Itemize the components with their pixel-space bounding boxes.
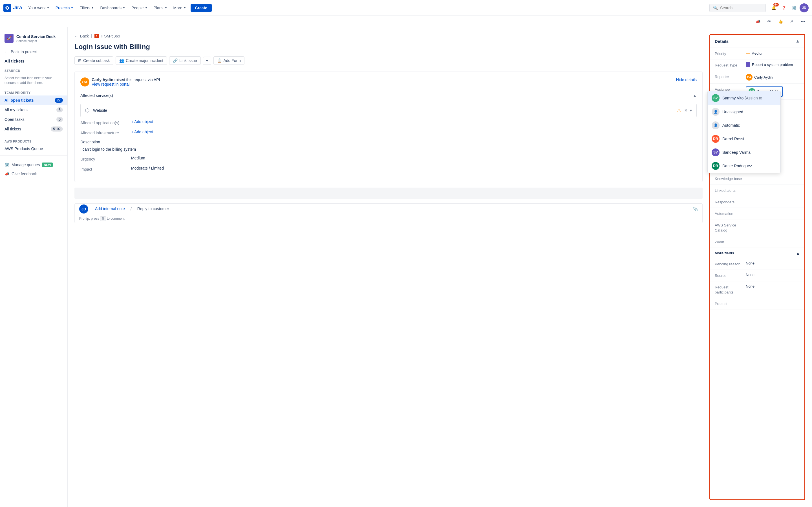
thumbs-up-icon[interactable]: 👍 — [776, 17, 785, 26]
give-feedback-item[interactable]: 📣 Give feedback — [0, 169, 67, 178]
notifications-button[interactable]: 🔔 9+ — [769, 3, 778, 12]
sidebar-item-my-tickets[interactable]: All my tickets 5 — [0, 105, 67, 115]
nav-your-work[interactable]: Your work ▾ — [26, 4, 52, 12]
details-collapse-icon[interactable]: ▲ — [795, 39, 800, 44]
pending-reason-row: Pending reason None — [710, 258, 804, 270]
request-type-row: Request Type Report a system problem — [710, 59, 804, 71]
unlink-icon[interactable]: ✕ — [684, 108, 688, 113]
knowledge-base-row: Knowledge base — [710, 173, 804, 184]
add-application-button[interactable]: + Add object — [131, 119, 153, 124]
more-options-icon[interactable]: ••• — [799, 17, 808, 26]
sidebar-item-my-tickets-badge: 5 — [56, 107, 63, 112]
knowledge-base-label: Knowledge base — [715, 176, 746, 181]
nav-projects[interactable]: Projects ▾ — [53, 4, 76, 12]
search-icon: 🔍 — [713, 6, 718, 10]
dropdown-item-automatic[interactable]: 👤 Automatic — [708, 119, 780, 132]
nav-projects-label: Projects — [56, 6, 70, 10]
dropdown-item-sammy[interactable]: SV Sammy Vito (Assign to — [708, 91, 780, 105]
service-name: Website — [93, 108, 673, 113]
create-subtask-button[interactable]: ⊞ Create subtask — [74, 56, 113, 65]
nav-plans[interactable]: Plans ▾ — [151, 4, 169, 12]
nav-people[interactable]: People ▾ — [129, 4, 150, 12]
share-icon[interactable]: ↗ — [787, 17, 796, 26]
sidebar-item-open-tasks[interactable]: Open tasks 0 — [0, 115, 67, 124]
sidebar-item-all-tickets-badge: 5102 — [51, 126, 63, 131]
reply-to-customer-tab[interactable]: Reply to customer — [133, 204, 174, 214]
more-dropdown-button[interactable]: ▾ — [203, 57, 211, 65]
darrel-name: Darrel Rossi — [722, 136, 744, 141]
aws-queue-item[interactable]: AWS Products Queue — [0, 144, 67, 153]
ticket-card: CA Carly Aydin raised this request via A… — [74, 71, 703, 182]
comment-section: JD Add internal note / Reply to customer… — [74, 187, 703, 223]
itsm-label: ITSM-5369 — [101, 34, 120, 38]
reporter-name-text: Carly Aydin — [754, 75, 773, 79]
starred-title: STARRED — [4, 69, 63, 72]
sidebar-item-all-tickets[interactable]: All tickets 5102 — [0, 124, 67, 134]
request-type-value: Report a system problem — [746, 62, 800, 67]
affected-infrastructure-row: Affected infrastructure + Add object — [80, 129, 697, 135]
service-share-icon: ⬡ — [85, 107, 90, 114]
create-button[interactable]: Create — [191, 4, 212, 12]
settings-button[interactable]: ⚙️ — [790, 3, 799, 12]
priority-label: Priority — [715, 51, 746, 56]
dropdown-item-dante[interactable]: DR Dante Rodriguez — [708, 159, 780, 173]
linked-alerts-label: Linked alerts — [715, 187, 746, 193]
manage-queues-item[interactable]: ⚙️ Manage queues NEW — [0, 160, 67, 169]
help-button[interactable]: ❓ — [779, 3, 788, 12]
dropdown-item-unassigned[interactable]: 👤 Unassigned — [708, 105, 780, 119]
page-title: Login issue with Billing — [74, 43, 703, 51]
priority-value[interactable]: — Medium — [746, 51, 800, 56]
urgency-label: Urgency — [80, 156, 131, 161]
commenter-avatar: JD — [79, 205, 88, 214]
dropdown-item-sandeep[interactable]: SV Sandeep Varma — [708, 146, 780, 159]
reporter-name: Carly Aydin — [92, 77, 113, 82]
sidebar-item-open-tasks-badge: 0 — [56, 117, 63, 122]
nav-filters[interactable]: Filters ▾ — [77, 4, 96, 12]
view-portal-link[interactable]: View request in portal — [92, 82, 160, 87]
add-form-button[interactable]: 📋 Add Form — [213, 56, 245, 65]
breadcrumb-divider: | — [91, 34, 92, 38]
sandeep-name: Sandeep Varma — [722, 150, 751, 155]
link-issue-button[interactable]: 🔗 Link issue — [169, 56, 200, 65]
dropdown-item-darrel[interactable]: DR Darrel Rossi — [708, 132, 780, 146]
search-input[interactable] — [720, 6, 760, 10]
user-avatar[interactable]: JD — [800, 3, 809, 12]
nav-your-work-label: Your work — [28, 6, 46, 10]
darrel-avatar: DR — [712, 135, 719, 143]
hide-details-button[interactable]: Hide details — [676, 77, 697, 82]
dante-avatar: DR — [712, 162, 719, 170]
description-text: I can't login to the billing system — [80, 147, 697, 152]
more-fields-label: More fields — [715, 251, 734, 255]
eye-icon[interactable]: 👁 — [765, 17, 774, 26]
sidebar-footer: ⚙️ Manage queues NEW 📣 Give feedback — [0, 158, 67, 180]
more-fields-toggle[interactable]: More fields ▲ — [710, 248, 804, 258]
add-infrastructure-button[interactable]: + Add object — [131, 129, 153, 134]
create-major-incident-button[interactable]: 👥 Create major incident — [116, 56, 167, 65]
nav-dashboards[interactable]: Dashboards ▾ — [97, 4, 128, 12]
pending-reason-label: Pending reason — [715, 261, 746, 267]
main-content: ← Back | ! ITSM-5369 Login issue with Bi… — [68, 27, 812, 507]
expand-icon[interactable]: ▾ — [690, 108, 692, 113]
sammy-name: Sammy Vito (Assign to — [722, 96, 762, 100]
ticket-header: CA Carly Aydin raised this request via A… — [80, 77, 697, 87]
megaphone-icon[interactable]: 📣 — [753, 17, 762, 26]
services-toggle-icon[interactable]: ▲ — [693, 93, 697, 98]
nav-plans-label: Plans — [154, 6, 163, 10]
unassigned-label: Unassigned — [722, 110, 743, 114]
all-tickets-heading: All tickets — [0, 56, 67, 66]
itsm-icon: ! — [94, 34, 99, 38]
chevron-down-icon: ▾ — [123, 6, 124, 9]
sidebar-item-all-open[interactable]: All open tickets 22 — [0, 96, 67, 105]
reporter-row: Reporter CA Carly Aydin — [710, 71, 804, 83]
automation-row: Automation — [710, 208, 804, 219]
back-button[interactable]: ← Back — [74, 34, 89, 38]
attach-icon[interactable]: 📎 — [689, 207, 702, 211]
add-internal-note-tab[interactable]: Add internal note — [91, 204, 130, 214]
logo[interactable]: Jira — [3, 4, 22, 12]
request-participants-value: None — [746, 284, 800, 288]
back-to-project[interactable]: ← Back to project — [0, 47, 67, 56]
search-box[interactable]: 🔍 — [709, 4, 766, 12]
feedback-icon: 📣 — [4, 172, 9, 176]
nav-more[interactable]: More ▾ — [170, 4, 188, 12]
linked-alerts-row: Linked alerts — [710, 185, 804, 196]
